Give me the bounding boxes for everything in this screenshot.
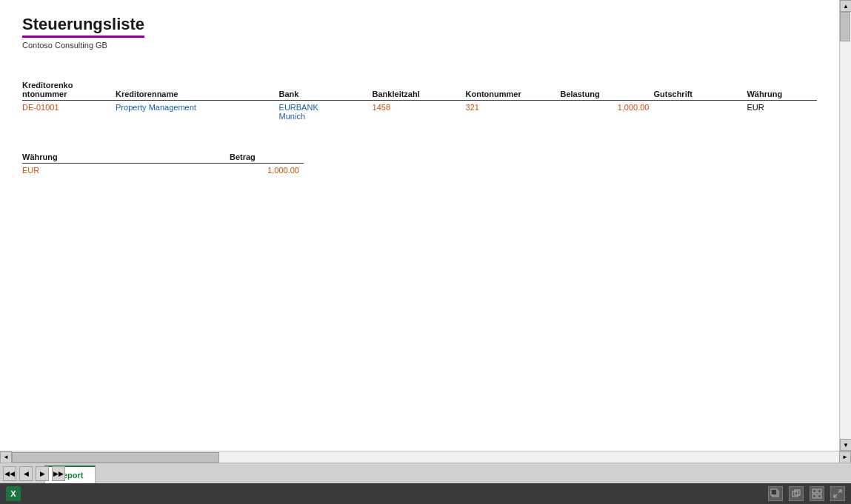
summary-betrag-value: 1,000.00	[267, 166, 299, 175]
summary-cell-wahrung: EUR	[22, 164, 230, 178]
svg-rect-8	[812, 494, 816, 498]
svg-rect-7	[818, 489, 821, 493]
summary-wahrung-value: EUR	[22, 166, 39, 175]
status-left: X	[6, 486, 24, 501]
scroll-thumb[interactable]	[840, 12, 850, 41]
tab-first-button[interactable]: ◀◀	[3, 466, 16, 481]
col-header-belastung: Belastung	[560, 79, 653, 101]
scroll-down-button[interactable]: ▼	[840, 439, 851, 451]
svg-rect-6	[812, 489, 816, 493]
tab-nav-buttons: ◀◀ ◀ ▶ ▶▶	[3, 466, 67, 481]
col-header-kreditorenko: Kreditorenko ntonummer	[22, 79, 116, 101]
tab-prev-button[interactable]: ◀	[19, 466, 33, 481]
report-content: Steuerungsliste Contoso Consulting GB Kr…	[0, 0, 839, 451]
kreditorenname-link[interactable]: Property Management	[116, 103, 196, 112]
status-icon-copy1[interactable]	[768, 486, 783, 501]
cell-belastung: 1,000.00	[560, 101, 653, 130]
svg-rect-1	[771, 489, 777, 495]
col-header-kreditorenname: Kreditorenname	[116, 79, 279, 101]
horizontal-scrollbar[interactable]: ◄ ►	[0, 451, 851, 463]
cell-kreditorenname: Property Management	[116, 101, 279, 130]
bank-partial-text: EURBANK	[279, 103, 368, 112]
wahrung-value: EUR	[747, 103, 764, 112]
cell-gutschrift	[653, 101, 747, 130]
report-title: Steuerungsliste	[22, 15, 144, 38]
svg-rect-9	[818, 494, 821, 498]
cell-kontonummer: 321	[466, 101, 561, 130]
scroll-right-button[interactable]: ►	[839, 451, 851, 463]
tab-bar: ◀◀ ◀ ▶ ▶▶ Report	[0, 463, 851, 483]
scroll-up-button[interactable]: ▲	[840, 0, 851, 12]
summary-table: Währung Betrag EUR 1,000.00	[22, 151, 304, 177]
cell-kreditorenkontonummer: DE-01001	[22, 101, 116, 130]
col-header-bank: Bank	[279, 79, 373, 101]
summary-col-header-wahrung: Währung	[22, 151, 230, 164]
col-header-kontonummer: Kontonummer	[466, 79, 561, 101]
scroll-horizontal-thumb[interactable]	[12, 452, 219, 463]
kreditorenkontonummer-link[interactable]: DE-01001	[22, 103, 59, 112]
cell-bankleitzahl: 1458	[373, 101, 466, 130]
status-right	[768, 486, 845, 501]
scroll-horizontal-track[interactable]	[12, 451, 839, 463]
main-table: Kreditorenko ntonummer Kreditorenname Ba…	[22, 79, 817, 129]
report-area: Steuerungsliste Contoso Consulting GB Kr…	[0, 0, 851, 451]
col-header-bankleitzahl: Bankleitzahl	[373, 79, 466, 101]
excel-icon: X	[6, 486, 21, 501]
summary-cell-betrag: 1,000.00	[230, 164, 304, 178]
bankleitzahl-value: 1458	[373, 103, 390, 112]
cell-wahrung: EUR	[747, 101, 817, 130]
scroll-left-button[interactable]: ◄	[0, 451, 12, 463]
summary-col-header-betrag: Betrag	[230, 151, 304, 164]
vertical-scrollbar[interactable]: ▲ ▼	[839, 0, 851, 451]
belastung-value: 1,000.00	[618, 103, 650, 112]
status-bar: X	[0, 483, 851, 504]
tab-last-button[interactable]: ▶▶	[52, 466, 65, 481]
status-icon-grid[interactable]	[810, 486, 824, 501]
col-header-wahrung: Währung	[747, 79, 817, 101]
table-row: DE-01001 Property Management EURBANK Mun…	[22, 101, 817, 130]
window-container: Steuerungsliste Contoso Consulting GB Kr…	[0, 0, 851, 504]
cell-bank: EURBANK Munich	[279, 101, 373, 130]
tab-next-button[interactable]: ▶	[36, 466, 49, 481]
kontonummer-value: 321	[466, 103, 479, 112]
company-name: Contoso Consulting GB	[22, 41, 817, 50]
summary-row: EUR 1,000.00	[22, 164, 304, 178]
scroll-track[interactable]	[840, 12, 851, 439]
status-icon-expand[interactable]	[830, 486, 845, 501]
bank-text[interactable]: Munich	[279, 112, 368, 121]
col-header-gutschrift: Gutschrift	[653, 79, 747, 101]
status-icon-copy2[interactable]	[789, 486, 804, 501]
